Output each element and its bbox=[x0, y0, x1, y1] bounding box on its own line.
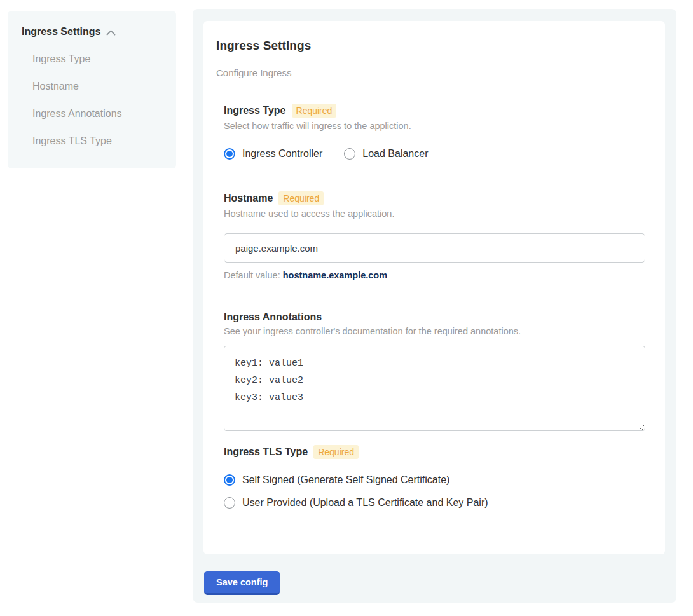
section-title-ingress-annotations: Ingress Annotations bbox=[224, 311, 322, 323]
config-card: Ingress Settings Configure Ingress Ingre… bbox=[203, 21, 665, 554]
section-ingress-type: Ingress Type Required Select how traffic… bbox=[224, 104, 645, 160]
radio-user-provided[interactable]: User Provided (Upload a TLS Certificate … bbox=[224, 497, 488, 509]
required-badge: Required bbox=[313, 445, 359, 459]
sidebar-item-ingress-tls-type[interactable]: Ingress TLS Type bbox=[32, 135, 163, 147]
radio-button-icon bbox=[224, 497, 235, 509]
tls-type-radio-group: Self Signed (Generate Self Signed Certif… bbox=[224, 474, 645, 509]
ingress-type-radio-group: Ingress Controller Load Balancer bbox=[224, 148, 645, 160]
config-panel: Ingress Settings Configure Ingress Ingre… bbox=[193, 9, 676, 603]
radio-ingress-controller[interactable]: Ingress Controller bbox=[224, 148, 322, 160]
config-nav-sidebar: Ingress Settings Ingress Type Hostname I… bbox=[8, 11, 176, 168]
chevron-up-icon bbox=[106, 30, 116, 36]
sidebar-item-hostname[interactable]: Hostname bbox=[32, 81, 163, 92]
section-ingress-tls-type: Ingress TLS Type Required Self Signed (G… bbox=[224, 445, 645, 509]
save-config-button[interactable]: Save config bbox=[204, 571, 280, 595]
radio-button-icon bbox=[224, 474, 235, 486]
radio-load-balancer[interactable]: Load Balancer bbox=[344, 148, 428, 160]
hostname-input[interactable] bbox=[224, 233, 645, 263]
page-title: Ingress Settings bbox=[216, 39, 645, 53]
radio-self-signed[interactable]: Self Signed (Generate Self Signed Certif… bbox=[224, 474, 449, 486]
section-hostname: Hostname Required Hostname used to acces… bbox=[224, 191, 645, 280]
section-title-ingress-tls-type: Ingress TLS Type bbox=[224, 446, 308, 458]
default-value-text: hostname.example.com bbox=[283, 270, 387, 280]
page-subtitle: Configure Ingress bbox=[216, 67, 645, 78]
section-ingress-annotations: Ingress Annotations See your ingress con… bbox=[224, 311, 645, 431]
help-text-ingress-annotations: See your ingress controller's documentat… bbox=[224, 326, 645, 336]
sidebar-group-title: Ingress Settings bbox=[22, 26, 100, 38]
required-badge: Required bbox=[292, 104, 337, 118]
radio-label: Load Balancer bbox=[362, 148, 428, 160]
radio-label: Self Signed (Generate Self Signed Certif… bbox=[242, 474, 449, 486]
sidebar-item-ingress-type[interactable]: Ingress Type bbox=[32, 53, 163, 65]
help-text-hostname: Hostname used to access the application. bbox=[224, 209, 645, 219]
default-value-prefix: Default value: bbox=[224, 270, 283, 280]
section-title-ingress-type: Ingress Type bbox=[224, 105, 286, 116]
radio-label: User Provided (Upload a TLS Certificate … bbox=[242, 497, 488, 509]
sidebar-group-toggle[interactable]: Ingress Settings bbox=[22, 26, 163, 38]
radio-label: Ingress Controller bbox=[242, 148, 322, 160]
sidebar-item-ingress-annotations[interactable]: Ingress Annotations bbox=[32, 108, 163, 120]
radio-button-icon bbox=[344, 148, 355, 160]
radio-button-icon bbox=[224, 148, 235, 160]
ingress-annotations-textarea[interactable]: key1: value1 key2: value2 key3: value3 bbox=[224, 346, 645, 431]
section-title-hostname: Hostname bbox=[224, 193, 273, 204]
hostname-default-note: Default value: hostname.example.com bbox=[224, 270, 645, 280]
help-text-ingress-type: Select how traffic will ingress to the a… bbox=[224, 121, 645, 131]
required-badge: Required bbox=[278, 191, 324, 205]
